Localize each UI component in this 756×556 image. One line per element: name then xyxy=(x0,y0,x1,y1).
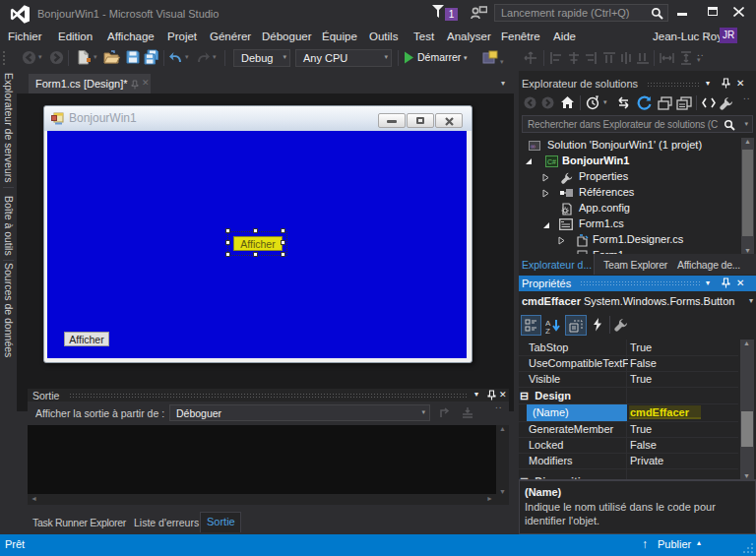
svg-text:∞: ∞ xyxy=(531,143,536,150)
svg-text:Z: Z xyxy=(545,327,550,334)
